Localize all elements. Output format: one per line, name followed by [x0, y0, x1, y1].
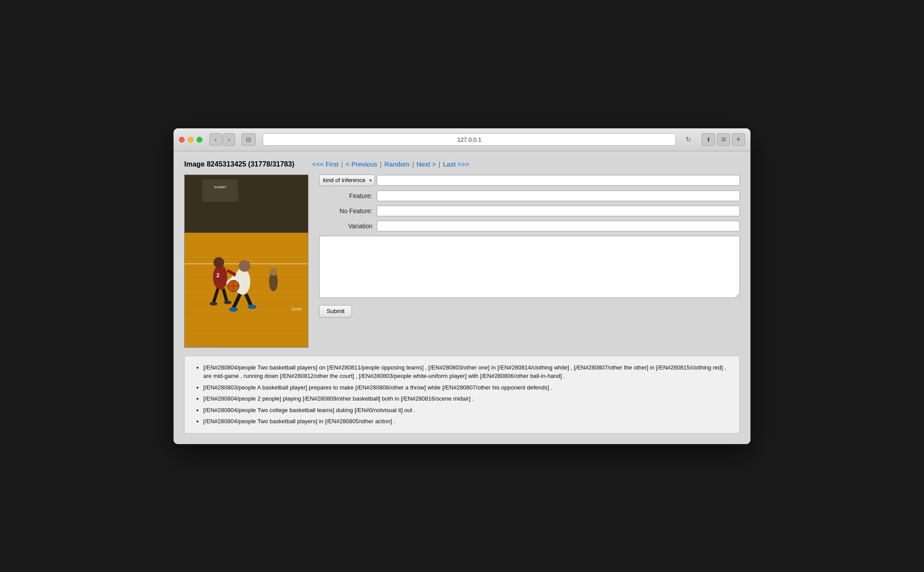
annotation-item-2: [/EN#280804/people 2 people] playing [/E… [203, 394, 731, 403]
annotation-item-4: [/EN#280804/people Two basketball player… [203, 417, 731, 426]
browser-window: ‹ › ⊟ 127.0.0.1 ↻ ⬆ ⧉ + Image 8245313425… [174, 128, 750, 444]
right-controls: ⬆ ⧉ + [702, 133, 745, 146]
svg-point-24 [248, 305, 257, 309]
traffic-lights [179, 137, 202, 143]
header-row: Image 8245313425 (31778/31783) <<< First… [184, 160, 740, 168]
annotation-textarea[interactable] [319, 236, 740, 298]
main-area: SUMMIT [184, 175, 740, 348]
inference-select[interactable]: kind of inferencevisualnonvisualmeta [319, 175, 375, 186]
no-feature-label: No Feature: [319, 207, 377, 214]
annotations-panel: [/EN#280804/people Two basketball player… [184, 356, 740, 433]
inference-text-input[interactable] [377, 175, 740, 186]
variation-row: Variation [319, 221, 740, 231]
sep2: | [380, 160, 382, 168]
close-button[interactable] [179, 137, 185, 143]
share-button[interactable]: ⬆ [702, 133, 715, 146]
maximize-button[interactable] [197, 137, 202, 143]
tabs-button[interactable]: ⧉ [717, 133, 730, 146]
next-link[interactable]: Next > [417, 160, 436, 168]
sep3: | [412, 160, 414, 168]
annotation-item-3: [/EN#280804/people Two college basketbal… [203, 406, 731, 415]
svg-point-30 [209, 302, 217, 306]
random-link[interactable]: Random [384, 160, 410, 168]
variation-input[interactable] [377, 221, 740, 231]
nav-buttons: ‹ › [209, 133, 235, 146]
court-svg: SUMMIT [185, 175, 308, 348]
svg-text:Sprint: Sprint [291, 307, 302, 311]
svg-point-31 [224, 301, 232, 304]
annotations-list: [/EN#280804/people Two basketball player… [193, 363, 731, 426]
svg-rect-16 [202, 179, 238, 202]
basketball-image: SUMMIT [184, 175, 308, 348]
first-link[interactable]: <<< First [312, 160, 339, 168]
back-button[interactable]: ‹ [209, 133, 222, 146]
inference-row: kind of inferencevisualnonvisualmeta ▼ [319, 175, 740, 186]
variation-label: Variation [319, 222, 377, 230]
sidebar-button[interactable]: ⊟ [241, 133, 256, 146]
svg-point-19 [239, 260, 250, 272]
new-tab-button[interactable]: + [732, 133, 745, 146]
url-bar[interactable]: 127.0.0.1 [263, 133, 676, 146]
forward-button[interactable]: › [223, 133, 235, 146]
image-title: Image 8245313425 (31778/31783) [184, 160, 294, 168]
svg-text:2: 2 [217, 272, 220, 278]
minimize-button[interactable] [188, 137, 193, 143]
annotation-item-0: [/EN#280804/people Two basketball player… [203, 363, 731, 381]
url-text: 127.0.0.1 [457, 136, 481, 143]
svg-point-23 [229, 307, 238, 312]
page-content: Image 8245313425 (31778/31783) <<< First… [174, 151, 750, 444]
feature-label: Feature: [319, 192, 377, 199]
svg-text:image © Getty/contributor: image © Getty/contributor [187, 344, 217, 346]
last-link[interactable]: Last >>> [443, 160, 469, 168]
form-panel: kind of inferencevisualnonvisualmeta ▼ F… [319, 175, 740, 318]
annotation-item-1: [/EN#280803/people A basketball player] … [203, 383, 731, 392]
image-panel: SUMMIT [184, 175, 308, 348]
no-feature-row: No Feature: [319, 206, 740, 216]
svg-point-25 [213, 265, 227, 290]
sep1: | [341, 160, 343, 168]
sep4: | [438, 160, 440, 168]
feature-row: Feature: [319, 191, 740, 201]
svg-point-34 [269, 268, 277, 276]
nav-links: <<< First | < Previous | Random | Next >… [312, 160, 469, 168]
no-feature-input[interactable] [377, 206, 740, 216]
reload-button[interactable]: ↻ [682, 133, 695, 146]
inference-select-wrapper: kind of inferencevisualnonvisualmeta ▼ [319, 175, 375, 186]
title-bar: ‹ › ⊟ 127.0.0.1 ↻ ⬆ ⧉ + [174, 128, 750, 151]
feature-input[interactable] [377, 191, 740, 201]
previous-link[interactable]: < Previous [346, 160, 377, 168]
submit-button[interactable]: Submit [319, 305, 352, 318]
svg-text:SUMMIT: SUMMIT [214, 186, 226, 189]
svg-point-26 [213, 257, 224, 268]
